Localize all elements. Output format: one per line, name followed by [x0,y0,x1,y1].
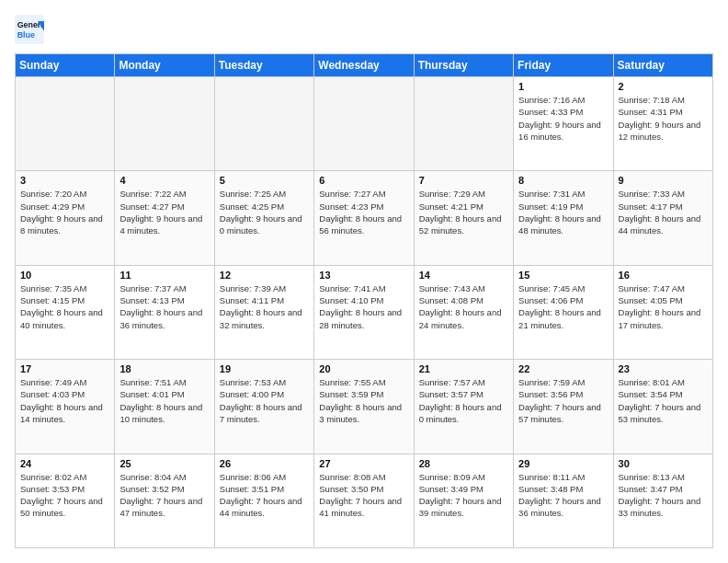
calendar-cell: 26Sunrise: 8:06 AMSunset: 3:51 PMDayligh… [214,454,313,547]
day-header-monday: Monday [115,54,214,77]
day-info: Sunrise: 7:59 AMSunset: 3:56 PMDaylight:… [518,376,608,425]
day-info: Sunrise: 8:01 AMSunset: 3:54 PMDaylight:… [619,376,708,425]
calendar-cell [115,77,214,171]
calendar-cell: 12Sunrise: 7:39 AMSunset: 4:11 PMDayligh… [214,265,313,359]
day-info: Sunrise: 7:45 AMSunset: 4:06 PMDaylight:… [518,282,608,331]
calendar-cell: 6Sunrise: 7:27 AMSunset: 4:23 PMDaylight… [314,171,414,265]
day-info: Sunrise: 7:49 AMSunset: 4:03 PMDaylight:… [20,376,109,425]
logo-icon: General Blue [15,15,44,44]
calendar-cell: 16Sunrise: 7:47 AMSunset: 4:05 PMDayligh… [613,265,712,359]
day-number: 29 [518,458,608,469]
calendar-cell: 22Sunrise: 7:59 AMSunset: 3:56 PMDayligh… [514,360,613,454]
day-info: Sunrise: 8:09 AMSunset: 3:49 PMDaylight:… [419,471,508,520]
day-number: 15 [518,270,608,281]
calendar-cell: 3Sunrise: 7:20 AMSunset: 4:29 PMDaylight… [16,171,115,265]
day-number: 4 [119,175,209,186]
day-info: Sunrise: 7:41 AMSunset: 4:10 PMDaylight:… [319,282,408,331]
calendar-cell: 18Sunrise: 7:51 AMSunset: 4:01 PMDayligh… [115,360,214,454]
calendar-table: SundayMondayTuesdayWednesdayThursdayFrid… [15,53,713,548]
day-number: 12 [220,270,309,281]
day-header-sunday: Sunday [16,54,115,77]
day-info: Sunrise: 7:33 AMSunset: 4:17 PMDaylight:… [619,188,708,236]
day-info: Sunrise: 8:06 AMSunset: 3:51 PMDaylight:… [220,471,309,520]
day-number: 28 [419,458,508,469]
day-info: Sunrise: 8:02 AMSunset: 3:53 PMDaylight:… [20,471,109,520]
day-number: 14 [419,270,508,281]
day-number: 30 [619,458,708,469]
day-number: 1 [518,81,608,92]
day-info: Sunrise: 7:43 AMSunset: 4:08 PMDaylight:… [419,282,508,331]
logo: General Blue [15,15,44,44]
day-number: 25 [119,458,209,469]
calendar-cell: 23Sunrise: 8:01 AMSunset: 3:54 PMDayligh… [613,360,712,454]
day-number: 6 [319,175,408,186]
day-number: 10 [20,270,109,281]
day-number: 16 [619,270,708,281]
day-info: Sunrise: 8:13 AMSunset: 3:47 PMDaylight:… [619,471,708,520]
calendar-cell: 15Sunrise: 7:45 AMSunset: 4:06 PMDayligh… [514,265,613,359]
day-info: Sunrise: 7:31 AMSunset: 4:19 PMDaylight:… [518,188,608,236]
calendar-cell: 21Sunrise: 7:57 AMSunset: 3:57 PMDayligh… [414,360,513,454]
day-header-tuesday: Tuesday [214,54,313,77]
calendar-cell: 25Sunrise: 8:04 AMSunset: 3:52 PMDayligh… [115,454,214,547]
calendar-cell: 11Sunrise: 7:37 AMSunset: 4:13 PMDayligh… [115,265,214,359]
calendar-cell: 4Sunrise: 7:22 AMSunset: 4:27 PMDaylight… [115,171,214,265]
day-number: 11 [119,270,209,281]
calendar-cell: 5Sunrise: 7:25 AMSunset: 4:25 PMDaylight… [214,171,313,265]
day-number: 17 [20,363,109,374]
day-info: Sunrise: 8:04 AMSunset: 3:52 PMDaylight:… [119,471,209,520]
day-info: Sunrise: 7:29 AMSunset: 4:21 PMDaylight:… [419,188,508,236]
day-header-friday: Friday [514,54,613,77]
calendar-cell: 17Sunrise: 7:49 AMSunset: 4:03 PMDayligh… [16,360,115,454]
day-number: 19 [220,363,309,374]
calendar-cell: 24Sunrise: 8:02 AMSunset: 3:53 PMDayligh… [16,454,115,547]
calendar-cell [414,77,513,171]
day-header-wednesday: Wednesday [314,54,414,77]
day-info: Sunrise: 7:20 AMSunset: 4:29 PMDaylight:… [20,188,109,236]
calendar-cell: 9Sunrise: 7:33 AMSunset: 4:17 PMDaylight… [613,171,712,265]
day-number: 18 [119,363,209,374]
calendar-cell: 27Sunrise: 8:08 AMSunset: 3:50 PMDayligh… [314,454,414,547]
page: General Blue SundayMondayTuesdayWednesda… [0,0,728,563]
day-number: 26 [220,458,309,469]
day-header-thursday: Thursday [414,54,513,77]
calendar-cell: 20Sunrise: 7:55 AMSunset: 3:59 PMDayligh… [314,360,414,454]
day-number: 23 [619,363,708,374]
day-info: Sunrise: 8:08 AMSunset: 3:50 PMDaylight:… [319,471,408,520]
calendar-cell: 19Sunrise: 7:53 AMSunset: 4:00 PMDayligh… [214,360,313,454]
header: General Blue [15,15,713,44]
calendar-cell: 10Sunrise: 7:35 AMSunset: 4:15 PMDayligh… [16,265,115,359]
day-number: 13 [319,270,408,281]
day-info: Sunrise: 7:39 AMSunset: 4:11 PMDaylight:… [220,282,309,331]
calendar-cell: 8Sunrise: 7:31 AMSunset: 4:19 PMDaylight… [514,171,613,265]
calendar-cell: 1Sunrise: 7:16 AMSunset: 4:33 PMDaylight… [514,77,613,171]
day-info: Sunrise: 7:47 AMSunset: 4:05 PMDaylight:… [619,282,708,331]
day-number: 9 [619,175,708,186]
day-number: 27 [319,458,408,469]
day-info: Sunrise: 7:53 AMSunset: 4:00 PMDaylight:… [220,376,309,425]
calendar-cell [16,77,115,171]
calendar-cell [214,77,313,171]
calendar-cell: 13Sunrise: 7:41 AMSunset: 4:10 PMDayligh… [314,265,414,359]
day-info: Sunrise: 7:22 AMSunset: 4:27 PMDaylight:… [119,188,209,236]
day-info: Sunrise: 7:51 AMSunset: 4:01 PMDaylight:… [119,376,209,425]
calendar-cell [314,77,414,171]
day-info: Sunrise: 7:25 AMSunset: 4:25 PMDaylight:… [220,188,309,236]
day-number: 22 [518,363,608,374]
day-info: Sunrise: 7:27 AMSunset: 4:23 PMDaylight:… [319,188,408,236]
day-number: 20 [319,363,408,374]
day-info: Sunrise: 7:16 AMSunset: 4:33 PMDaylight:… [518,94,608,143]
day-number: 21 [419,363,508,374]
day-number: 3 [20,175,109,186]
day-number: 2 [619,81,708,92]
day-number: 24 [20,458,109,469]
calendar-cell: 28Sunrise: 8:09 AMSunset: 3:49 PMDayligh… [414,454,513,547]
day-info: Sunrise: 7:35 AMSunset: 4:15 PMDaylight:… [20,282,109,331]
day-info: Sunrise: 8:11 AMSunset: 3:48 PMDaylight:… [518,471,608,520]
day-info: Sunrise: 7:37 AMSunset: 4:13 PMDaylight:… [119,282,209,331]
calendar-cell: 2Sunrise: 7:18 AMSunset: 4:31 PMDaylight… [613,77,712,171]
day-number: 8 [518,175,608,186]
calendar-cell: 30Sunrise: 8:13 AMSunset: 3:47 PMDayligh… [613,454,712,547]
day-info: Sunrise: 7:57 AMSunset: 3:57 PMDaylight:… [419,376,508,425]
day-header-saturday: Saturday [613,54,712,77]
